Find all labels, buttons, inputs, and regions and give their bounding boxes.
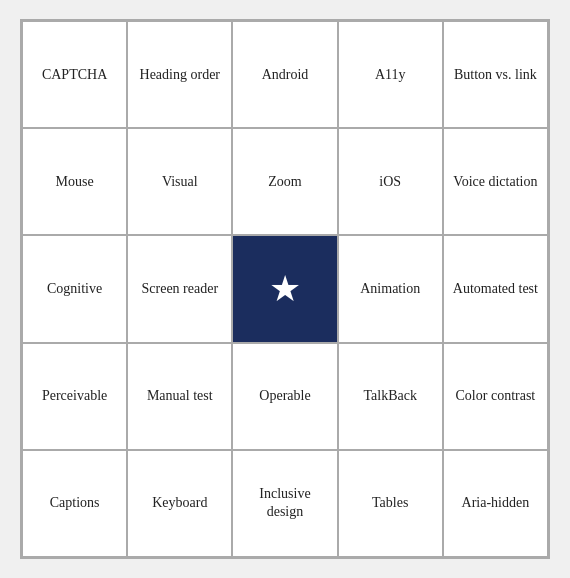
cell-label-r0c1: Heading order xyxy=(140,66,220,84)
cell-label-r1c3: iOS xyxy=(379,173,401,191)
cell-label-r4c1: Keyboard xyxy=(152,494,207,512)
cell-r4c1[interactable]: Keyboard xyxy=(127,450,232,557)
cell-r0c4[interactable]: Button vs. link xyxy=(443,21,548,128)
cell-r0c3[interactable]: A11y xyxy=(338,21,443,128)
cell-r4c3[interactable]: Tables xyxy=(338,450,443,557)
cell-label-r1c4: Voice dictation xyxy=(453,173,537,191)
cell-r3c1[interactable]: Manual test xyxy=(127,343,232,450)
cell-label-r3c1: Manual test xyxy=(147,387,213,405)
cell-r3c3[interactable]: TalkBack xyxy=(338,343,443,450)
cell-label-r3c2: Operable xyxy=(259,387,310,405)
cell-r0c2[interactable]: Android xyxy=(232,21,337,128)
cell-label-r0c0: CAPTCHA xyxy=(42,66,107,84)
cell-label-r1c2: Zoom xyxy=(268,173,301,191)
cell-label-r0c2: Android xyxy=(262,66,309,84)
cell-label-r2c1: Screen reader xyxy=(142,280,219,298)
cell-r2c2[interactable]: ★ xyxy=(232,235,337,342)
cell-r3c0[interactable]: Perceivable xyxy=(22,343,127,450)
cell-r4c2[interactable]: Inclusive design xyxy=(232,450,337,557)
cell-label-r2c0: Cognitive xyxy=(47,280,102,298)
cell-label-r1c1: Visual xyxy=(162,173,198,191)
cell-label-r4c0: Captions xyxy=(50,494,100,512)
star-icon: ★ xyxy=(269,266,301,313)
cell-label-r2c3: Animation xyxy=(360,280,420,298)
cell-label-r0c4: Button vs. link xyxy=(454,66,537,84)
cell-label-r3c0: Perceivable xyxy=(42,387,107,405)
cell-label-r1c0: Mouse xyxy=(56,173,94,191)
cell-r4c4[interactable]: Aria-hidden xyxy=(443,450,548,557)
cell-r1c3[interactable]: iOS xyxy=(338,128,443,235)
cell-label-r4c2: Inclusive design xyxy=(241,485,328,521)
cell-r0c1[interactable]: Heading order xyxy=(127,21,232,128)
cell-r1c0[interactable]: Mouse xyxy=(22,128,127,235)
cell-label-r3c3: TalkBack xyxy=(363,387,416,405)
cell-label-r4c4: Aria-hidden xyxy=(462,494,530,512)
cell-r1c4[interactable]: Voice dictation xyxy=(443,128,548,235)
cell-r0c0[interactable]: CAPTCHA xyxy=(22,21,127,128)
cell-r1c2[interactable]: Zoom xyxy=(232,128,337,235)
cell-r2c0[interactable]: Cognitive xyxy=(22,235,127,342)
cell-label-r3c4: Color contrast xyxy=(456,387,536,405)
cell-label-r4c3: Tables xyxy=(372,494,408,512)
cell-r3c4[interactable]: Color contrast xyxy=(443,343,548,450)
cell-r2c3[interactable]: Animation xyxy=(338,235,443,342)
bingo-card: CAPTCHAHeading orderAndroidA11yButton vs… xyxy=(20,19,550,559)
cell-r3c2[interactable]: Operable xyxy=(232,343,337,450)
cell-label-r0c3: A11y xyxy=(375,66,406,84)
cell-label-r2c4: Automated test xyxy=(453,280,538,298)
cell-r4c0[interactable]: Captions xyxy=(22,450,127,557)
cell-r2c4[interactable]: Automated test xyxy=(443,235,548,342)
cell-r1c1[interactable]: Visual xyxy=(127,128,232,235)
cell-r2c1[interactable]: Screen reader xyxy=(127,235,232,342)
